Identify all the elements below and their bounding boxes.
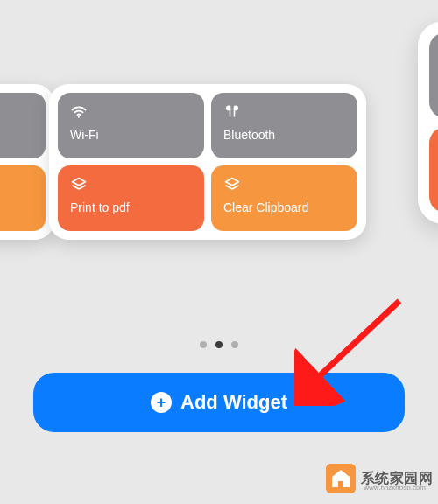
- watermark: 系统家园网 www.hnzkhbsb.com: [326, 464, 434, 494]
- tile-placeholder: [0, 165, 46, 231]
- add-widget-label: Add Widget: [180, 391, 287, 414]
- layers-icon: [70, 176, 88, 193]
- widget-card-previous: [0, 84, 54, 240]
- tile-print-pdf[interactable]: Print to pdf: [58, 165, 204, 231]
- layers-icon: [223, 176, 241, 193]
- tile-label: Wi-Fi: [70, 128, 192, 142]
- plus-circle-icon: +: [151, 392, 172, 413]
- watermark-logo-icon: [326, 464, 356, 494]
- airpods-icon: [223, 103, 241, 121]
- wifi-icon: [70, 103, 88, 121]
- tile-placeholder: [429, 127, 438, 213]
- tile-placeholder: [429, 32, 438, 117]
- tile-label: Bluetooth: [223, 128, 345, 142]
- add-widget-button[interactable]: + Add Widget: [33, 373, 405, 432]
- svg-point-0: [78, 116, 80, 118]
- widget-card-current: Wi-Fi Bluetooth Print to pdf: [49, 84, 366, 240]
- tile-wifi[interactable]: Wi-Fi: [58, 93, 204, 158]
- tile-bluetooth[interactable]: Bluetooth: [211, 93, 357, 158]
- page-dot[interactable]: [231, 341, 238, 348]
- widget-card-next: [418, 21, 438, 223]
- tile-label: Clear Clipboard: [223, 200, 345, 214]
- watermark-url: www.hnzkhbsb.com: [364, 484, 426, 492]
- widget-carousel[interactable]: Wi-Fi Bluetooth Print to pdf: [0, 84, 438, 346]
- tile-placeholder: [0, 93, 46, 158]
- page-dot-active[interactable]: [215, 341, 223, 348]
- tile-label: Print to pdf: [70, 200, 192, 214]
- pagination-dots: [0, 341, 438, 348]
- tile-clear-clipboard[interactable]: Clear Clipboard: [211, 165, 357, 231]
- page-dot[interactable]: [200, 341, 207, 348]
